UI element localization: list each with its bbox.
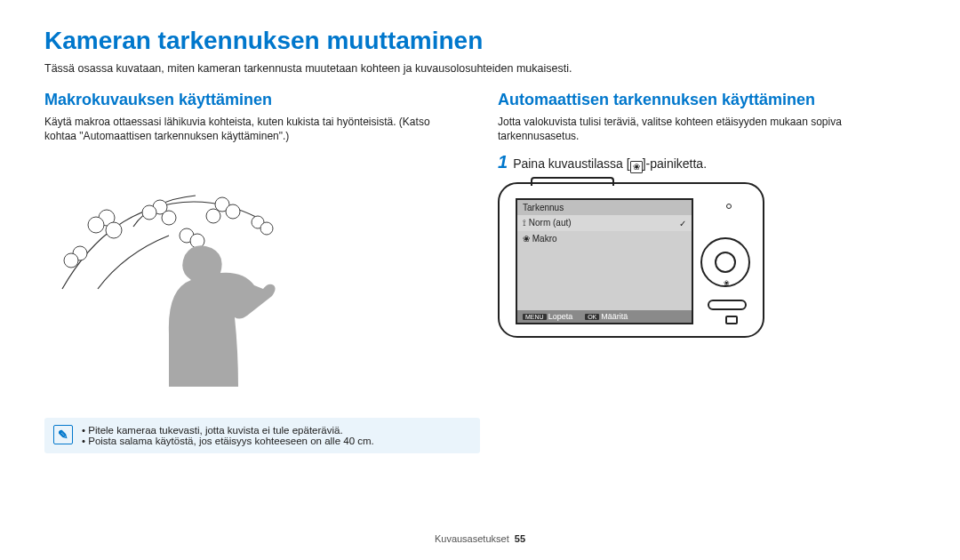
check-icon: ✓ <box>679 219 686 228</box>
dpad-down-macro-icon: ❀ <box>724 279 730 287</box>
note-box: ✎ Pitele kameraa tukevasti, jotta kuvist… <box>44 418 480 453</box>
macro-heading: Makrokuvauksen käyttäminen <box>44 91 462 109</box>
macro-label: Makro <box>532 234 557 244</box>
page-footer: Kuvausasetukset 55 <box>0 533 960 544</box>
footer-page-number: 55 <box>515 533 525 544</box>
norm-icon: ⟟ <box>523 218 526 228</box>
camera-button-square-icon <box>725 316 738 324</box>
note-item-2: Poista salama käytöstä, jos etäisyys koh… <box>82 436 374 446</box>
camera-led-icon <box>726 204 732 209</box>
dpad-center-icon <box>715 252 736 273</box>
autofocus-heading: Automaattisen tarkennuksen käyttäminen <box>498 91 916 109</box>
macro-body: Käytä makroa ottaessasi lähikuvia kohtei… <box>44 115 462 143</box>
screen-footer: MENULopeta OKMääritä <box>517 310 692 323</box>
content-columns: Makrokuvauksen käyttäminen Käytä makroa … <box>44 91 916 390</box>
camera-illustration: Tarkennus ⟟ Norm (aut) ✓ ❀ Makro <box>498 182 764 338</box>
svg-point-10 <box>260 222 273 235</box>
footer-lopeta: Lopeta <box>548 312 573 321</box>
page-intro: Tässä osassa kuvataan, miten kameran tar… <box>44 62 916 75</box>
footer-maarita: Määritä <box>601 312 628 321</box>
step-text-pre: Paina kuvaustilassa [ <box>513 156 630 171</box>
menu-tag: MENU <box>523 314 547 320</box>
step-text-post: ]-painiketta. <box>643 156 707 171</box>
footer-section: Kuvausasetukset <box>435 533 509 544</box>
right-column: Automaattisen tarkennuksen käyttäminen J… <box>498 91 916 390</box>
norm-label: Norm (aut) <box>529 218 572 228</box>
camera-button-pill-icon <box>708 300 747 310</box>
macro-button-icon: ❀ <box>630 161 643 173</box>
step-number: 1 <box>498 152 508 172</box>
svg-point-7 <box>226 204 240 219</box>
note-list: Pitele kameraa tukevasti, jotta kuvista … <box>82 425 374 446</box>
svg-point-4 <box>142 205 156 220</box>
svg-point-1 <box>88 217 104 233</box>
note-icon: ✎ <box>53 425 73 444</box>
dpad-ring-icon: ❀ <box>700 237 750 287</box>
svg-point-8 <box>206 209 220 223</box>
autofocus-body: Jotta valokuvista tulisi teräviä, valits… <box>498 115 916 143</box>
svg-point-2 <box>106 222 122 238</box>
left-column: Makrokuvauksen käyttäminen Käytä makroa … <box>44 91 462 390</box>
macro-illustration <box>44 156 329 387</box>
step-1: 1 Paina kuvaustilassa [❀]-painiketta. <box>498 152 916 173</box>
camera-screen: Tarkennus ⟟ Norm (aut) ✓ ❀ Makro <box>516 198 693 324</box>
screen-row-macro: ❀ Makro <box>517 231 692 246</box>
macro-icon: ❀ <box>523 234 530 244</box>
screen-row-norm: ⟟ Norm (aut) ✓ <box>517 215 692 231</box>
ok-tag: OK <box>585 314 599 320</box>
page-title: Kameran tarkennuksen muuttaminen <box>44 27 916 55</box>
note-item-1: Pitele kameraa tukevasti, jotta kuvista … <box>82 425 374 436</box>
svg-point-12 <box>64 253 78 268</box>
screen-header: Tarkennus <box>517 200 692 215</box>
svg-point-5 <box>162 211 176 225</box>
